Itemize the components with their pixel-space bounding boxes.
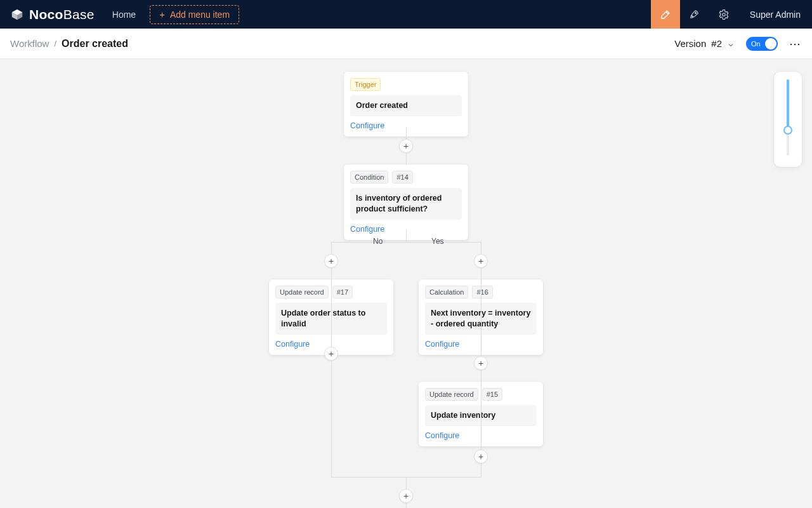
app-logo: NocoBase xyxy=(10,7,95,22)
add-node-button[interactable]: + xyxy=(324,347,338,361)
breadcrumb-current: Order created xyxy=(62,38,128,50)
zoom-track xyxy=(787,79,789,156)
configure-link[interactable]: Configure xyxy=(425,340,459,349)
node-condition[interactable]: Condition #14 Is inventory of ordered pr… xyxy=(344,164,468,240)
version-label: Version xyxy=(674,38,706,49)
branch-label-yes: Yes xyxy=(431,237,444,246)
configure-link[interactable]: Configure xyxy=(275,340,310,349)
plugins-button[interactable] xyxy=(680,0,709,29)
node-type-tag: Condition xyxy=(350,171,388,184)
plus-icon: + xyxy=(159,10,165,19)
version-value: #2 xyxy=(711,38,722,49)
nav-home[interactable]: Home xyxy=(112,10,136,20)
add-node-button[interactable]: + xyxy=(474,356,488,370)
version-selector[interactable]: Version #2 xyxy=(674,38,735,49)
add-node-button[interactable]: + xyxy=(324,254,338,268)
add-node-button[interactable]: + xyxy=(399,489,413,503)
node-type-tag: Trigger xyxy=(350,78,381,91)
add-node-button[interactable]: + xyxy=(474,254,488,268)
zoom-fill xyxy=(787,79,789,130)
add-node-button[interactable]: + xyxy=(399,139,413,153)
node-id-tag: #15 xyxy=(482,388,502,401)
logo-text-bold: Noco xyxy=(29,7,63,22)
zoom-knob[interactable] xyxy=(783,126,792,135)
toggle-label: On xyxy=(751,40,761,48)
logo-mark-icon xyxy=(10,8,24,22)
workflow-canvas[interactable]: No Yes + + + + + + + Trigger Order creat… xyxy=(0,59,812,508)
gear-icon xyxy=(718,9,730,20)
edit-mode-button[interactable] xyxy=(651,0,680,29)
configure-link[interactable]: Configure xyxy=(425,431,459,440)
node-title: Order created xyxy=(350,95,462,116)
node-title: Is inventory of ordered product sufficie… xyxy=(350,188,462,220)
connector xyxy=(406,229,407,243)
more-actions-button[interactable]: ⋯ xyxy=(789,38,802,50)
configure-link[interactable]: Configure xyxy=(350,225,384,234)
node-id-tag: #16 xyxy=(472,286,492,298)
add-node-button[interactable]: + xyxy=(474,450,488,464)
svg-point-0 xyxy=(695,12,697,13)
page-header: Workflow / Order created Version #2 On ⋯ xyxy=(0,29,812,59)
svg-point-1 xyxy=(723,13,726,16)
chevron-down-icon xyxy=(727,40,735,48)
toggle-knob xyxy=(765,38,776,50)
rocket-icon xyxy=(689,9,700,20)
node-type-tag: Update record xyxy=(275,286,329,298)
zoom-slider[interactable] xyxy=(774,72,802,167)
highlighter-icon xyxy=(660,9,671,20)
node-type-tag: Calculation xyxy=(425,286,468,298)
breadcrumb-root[interactable]: Workflow xyxy=(10,38,49,49)
node-type-tag: Update record xyxy=(425,388,478,401)
configure-link[interactable]: Configure xyxy=(350,121,384,130)
node-id-tag: #14 xyxy=(392,171,412,184)
add-menu-label: Add menu item xyxy=(170,10,230,20)
add-menu-item-button[interactable]: + Add menu item xyxy=(150,5,239,24)
node-id-tag: #17 xyxy=(332,286,353,298)
connector xyxy=(331,242,481,243)
settings-button[interactable] xyxy=(709,0,738,29)
enabled-toggle[interactable]: On xyxy=(746,37,778,51)
logo-text-light: Base xyxy=(63,7,95,22)
top-nav: NocoBase Home + Add menu item Super Admi… xyxy=(0,0,812,29)
branch-label-no: No xyxy=(373,237,383,246)
top-right-controls: Super Admin xyxy=(651,0,812,29)
user-menu[interactable]: Super Admin xyxy=(738,0,812,29)
breadcrumb-sep: / xyxy=(54,39,56,48)
